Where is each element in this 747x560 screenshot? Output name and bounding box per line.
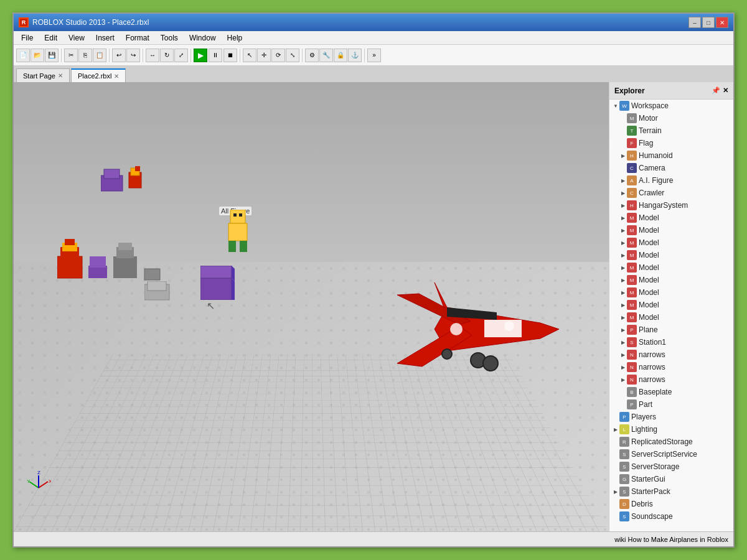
expand-narrows-3[interactable]: ▶ [619, 376, 627, 383]
expand-workspace[interactable]: ▼ [612, 102, 619, 110]
tb-move[interactable]: ↔ [146, 49, 159, 62]
tree-model-9[interactable]: ▶ M Model [609, 311, 733, 324]
menu-view[interactable]: View [63, 32, 90, 44]
expand-model-9[interactable]: ▶ [619, 314, 627, 321]
tree-part[interactable]: P Part [609, 398, 733, 411]
tb-cut[interactable]: ✂ [64, 49, 78, 62]
tb-copy[interactable]: ⎘ [78, 49, 92, 62]
tree-replicated-storage[interactable]: R ReplicatedStorage [609, 436, 733, 448]
menu-format[interactable]: Format [121, 32, 154, 44]
tree-ai-figure[interactable]: ▶ A A.I. Figure [609, 174, 733, 187]
expand-narrows-2[interactable]: ▶ [619, 363, 627, 371]
tree-crawler[interactable]: ▶ C Crawler [609, 187, 733, 199]
maximize-button[interactable]: □ [702, 17, 715, 28]
tb-scale[interactable]: ⤢ [174, 49, 188, 62]
minimize-button[interactable]: – [688, 17, 701, 28]
expand-station1[interactable]: ▶ [619, 338, 627, 346]
tree-terrain[interactable]: T Terrain [609, 124, 733, 137]
menu-window[interactable]: Window [184, 32, 221, 44]
menu-insert[interactable]: Insert [91, 32, 120, 44]
tree-players[interactable]: P Players [609, 411, 733, 423]
menu-file[interactable]: File [16, 32, 38, 44]
tb-more[interactable]: » [367, 49, 381, 62]
tree-model-3[interactable]: ▶ M Model [609, 236, 733, 249]
expand-crawler[interactable]: ▶ [619, 189, 627, 197]
tb-new[interactable]: 📄 [16, 49, 30, 62]
tab-start-page[interactable]: Start Page ✕ [16, 68, 70, 82]
tb-insert2[interactable]: 🔧 [319, 49, 333, 62]
tb-rotate2[interactable]: ⟳ [271, 49, 285, 62]
tb-save[interactable]: 💾 [45, 49, 59, 62]
tb-redo[interactable]: ↪ [126, 49, 140, 62]
tab-place2[interactable]: Place2.rbxl ✕ [71, 68, 126, 82]
expand-ai[interactable]: ▶ [619, 177, 627, 184]
tb-paste[interactable]: 📋 [93, 49, 106, 62]
icon-ai: A [627, 175, 637, 185]
expand-humanoid[interactable]: ▶ [619, 152, 627, 159]
tb-resize[interactable]: ⤡ [286, 49, 299, 62]
tb-stop[interactable]: ⏹ [223, 49, 237, 62]
explorer-pin[interactable]: 📌 [712, 86, 720, 95]
tb-insert4[interactable]: ⚓ [348, 49, 362, 62]
tree-baseplate[interactable]: B Baseplate [609, 386, 733, 398]
tree-plane[interactable]: ▶ P Plane [609, 324, 733, 336]
tree-narrows-2[interactable]: ▶ N narrows [609, 361, 733, 373]
expand-model-2[interactable]: ▶ [619, 226, 627, 234]
tb-pause[interactable]: ⏸ [209, 49, 222, 62]
tree-model-5[interactable]: ▶ M Model [609, 261, 733, 274]
expand-model-5[interactable]: ▶ [619, 264, 627, 271]
expand-model-3[interactable]: ▶ [619, 239, 627, 246]
tree-debris[interactable]: D Debris [609, 498, 733, 510]
tree-humanoid[interactable]: ▶ H Humanoid [609, 149, 733, 162]
menu-help[interactable]: Help [222, 32, 248, 44]
tb-undo[interactable]: ↩ [112, 49, 126, 62]
tree-starter-pack[interactable]: ▶ S StarterPack [609, 485, 733, 498]
tree-server-script[interactable]: S ServerScriptService [609, 448, 733, 460]
menu-edit[interactable]: Edit [39, 32, 62, 44]
expand-starter-pack[interactable]: ▶ [612, 488, 619, 495]
expand-model-8[interactable]: ▶ [619, 301, 627, 309]
expand-hangar[interactable]: ▶ [619, 202, 627, 209]
tree-model-8[interactable]: ▶ M Model [609, 299, 733, 311]
viewport[interactable]: All Figure [14, 82, 609, 531]
icon-plane: P [627, 325, 637, 335]
explorer-close[interactable]: ✕ [723, 86, 728, 95]
expand-model-7[interactable]: ▶ [619, 289, 627, 296]
tab-place2-close[interactable]: ✕ [114, 73, 119, 80]
tree-server-storage[interactable]: S ServerStorage [609, 460, 733, 473]
tree-model-2[interactable]: ▶ M Model [609, 224, 733, 236]
expand-plane[interactable]: ▶ [619, 326, 627, 334]
tb-insert1[interactable]: ⚙ [305, 49, 319, 62]
tree-camera[interactable]: C Camera [609, 162, 733, 174]
tb-translate[interactable]: ✛ [257, 49, 271, 62]
tb-play[interactable]: ▶ [194, 49, 207, 62]
expand-model-6[interactable]: ▶ [619, 276, 627, 284]
tree-model-4[interactable]: ▶ M Model [609, 249, 733, 261]
tree-workspace[interactable]: ▼ W Workspace [609, 100, 733, 112]
tree-motor[interactable]: M Motor [609, 112, 733, 124]
expand-narrows-1[interactable]: ▶ [619, 351, 627, 358]
tb-insert3[interactable]: 🔒 [334, 49, 347, 62]
tree-soundscape[interactable]: S Soundscape [609, 510, 733, 523]
tb-rotate[interactable]: ↻ [160, 49, 174, 62]
tree-narrows-3[interactable]: ▶ N narrows [609, 373, 733, 386]
tree-hangar[interactable]: ▶ H HangarSystem [609, 199, 733, 212]
tree-flag[interactable]: F Flag [609, 137, 733, 149]
tree-model-1[interactable]: ▶ M Model [609, 212, 733, 224]
tree-starter-gui[interactable]: G StarterGui [609, 473, 733, 485]
icon-motor: M [627, 113, 637, 123]
tree-station1[interactable]: ▶ S Station1 [609, 336, 733, 348]
expand-lighting[interactable]: ▶ [612, 426, 619, 433]
expand-model-1[interactable]: ▶ [619, 214, 627, 222]
tb-open[interactable]: 📂 [31, 49, 44, 62]
tree-model-6[interactable]: ▶ M Model [609, 274, 733, 286]
tree-lighting[interactable]: ▶ L Lighting [609, 423, 733, 436]
label-model-3: Model [639, 238, 659, 247]
close-button[interactable]: ✕ [716, 17, 728, 28]
tree-model-7[interactable]: ▶ M Model [609, 286, 733, 299]
menu-tools[interactable]: Tools [156, 32, 183, 44]
expand-model-4[interactable]: ▶ [619, 251, 627, 259]
tab-start-close[interactable]: ✕ [58, 72, 63, 79]
tb-select[interactable]: ↖ [243, 49, 256, 62]
tree-narrows-1[interactable]: ▶ N narrows [609, 348, 733, 361]
